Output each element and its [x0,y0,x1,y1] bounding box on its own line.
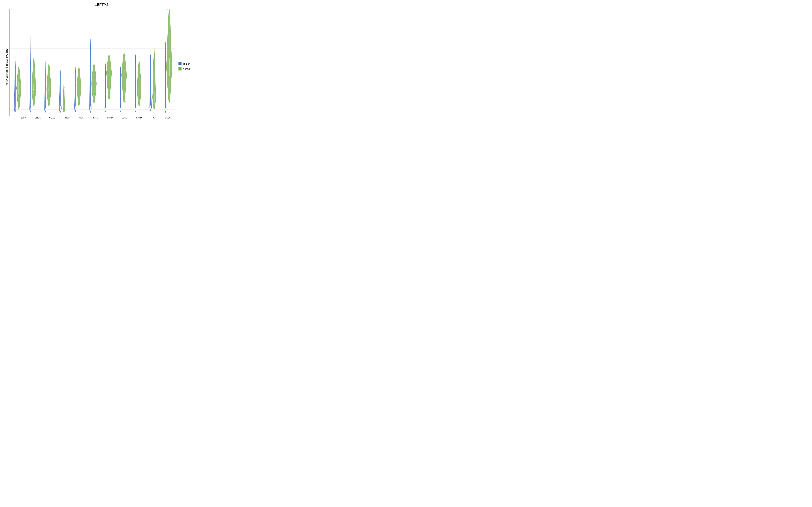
svg-point-341 [138,98,138,99]
svg-rect-124 [60,106,61,111]
svg-point-421 [167,45,168,45]
svg-point-397 [165,100,166,100]
svg-point-42 [17,106,18,107]
svg-point-157 [63,91,64,91]
svg-point-140 [60,77,60,78]
svg-point-149 [64,79,64,79]
svg-point-112 [49,89,50,89]
svg-point-38 [19,93,20,94]
svg-point-383 [154,108,155,109]
svg-point-83 [33,99,34,100]
svg-point-74 [33,98,33,99]
svg-point-96 [45,99,45,99]
svg-point-344 [140,73,140,74]
svg-point-192 [79,77,79,77]
svg-point-269 [110,80,111,81]
chart-container: LEFTY2 mRNA Expression (RNASeq V2, log2)… [4,3,199,124]
svg-point-407 [165,91,166,91]
svg-point-283 [120,69,120,70]
svg-point-342 [139,70,140,71]
svg-point-175 [75,96,75,96]
svg-point-358 [151,72,151,73]
svg-point-116 [49,69,50,70]
svg-point-161 [64,91,64,91]
svg-point-85 [34,95,35,96]
svg-point-408 [165,70,166,70]
svg-point-402 [165,88,166,88]
svg-point-395 [165,92,166,93]
svg-point-231 [93,75,94,75]
svg-point-167 [74,97,75,98]
svg-point-131 [60,111,60,111]
svg-point-282 [120,100,120,101]
svg-point-211 [91,94,91,95]
svg-point-417 [170,75,170,76]
svg-point-57 [30,102,31,102]
svg-point-416 [170,37,171,38]
legend-item-normal: Normal [179,67,199,70]
svg-point-357 [150,58,151,58]
svg-point-389 [155,63,155,63]
svg-point-66 [30,88,31,88]
svg-point-133 [60,76,61,76]
svg-point-227 [93,75,93,76]
svg-point-139 [59,109,60,109]
svg-point-280 [120,104,120,105]
svg-point-80 [34,58,34,58]
svg-point-351 [140,102,140,102]
svg-point-117 [48,68,49,68]
legend-item-tumor: Tumor [179,62,199,65]
svg-point-328 [136,106,136,106]
svg-point-176 [75,85,75,86]
svg-point-247 [105,100,106,101]
svg-point-171 [75,80,75,81]
svg-rect-219 [94,76,94,91]
svg-point-308 [124,91,125,91]
legend-box-tumor [179,62,182,65]
svg-point-287 [120,71,121,71]
svg-point-142 [60,79,61,80]
svg-point-18 [15,105,16,106]
svg-point-79 [33,95,33,95]
svg-point-332 [136,65,136,65]
svg-point-329 [135,86,136,87]
svg-point-327 [135,90,136,91]
svg-point-404 [165,71,166,72]
svg-point-291 [120,94,121,95]
svg-rect-67 [34,84,34,94]
svg-point-330 [136,81,136,81]
svg-point-34 [17,103,18,104]
svg-point-246 [105,98,105,98]
svg-point-207 [90,60,91,61]
plot-area-wrapper: 051015 BLCABRCACOADHNSCKICHKIRCLUADLUSCP… [9,9,177,124]
svg-point-188 [78,104,79,105]
svg-point-366 [150,70,151,70]
svg-point-129 [60,100,61,101]
svg-point-62 [30,73,31,74]
svg-rect-200 [90,107,91,111]
svg-point-380 [154,78,154,79]
svg-point-255 [105,95,106,95]
svg-point-35 [18,106,18,107]
svg-point-46 [18,69,19,69]
svg-point-427 [167,9,168,10]
svg-rect-105 [49,84,49,94]
svg-point-378 [154,73,154,74]
svg-point-271 [108,89,109,89]
svg-point-253 [105,83,106,83]
svg-point-76 [34,80,35,81]
svg-point-36 [18,99,18,99]
svg-point-270 [109,61,110,61]
svg-point-268 [109,96,109,97]
svg-point-350 [139,74,140,75]
svg-point-249 [105,111,106,111]
svg-point-27 [15,87,15,87]
svg-point-78 [34,73,35,74]
svg-point-423 [170,40,171,41]
svg-point-179 [75,94,75,94]
svg-point-21 [15,62,15,62]
svg-point-338 [139,97,140,98]
svg-point-109 [50,93,50,94]
svg-point-304 [123,92,123,93]
svg-point-113 [49,101,49,101]
